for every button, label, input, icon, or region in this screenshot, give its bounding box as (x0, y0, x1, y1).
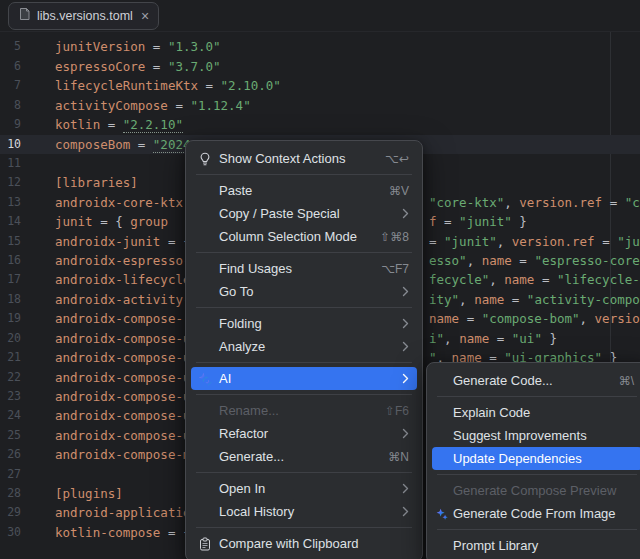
menu-item-label: Prompt Library (453, 538, 538, 553)
code-text: junitVersion = "1.3.0" (55, 37, 221, 56)
context-menu-item-find-usages[interactable]: Find Usages⌥F7 (191, 257, 417, 280)
editor-tab-bar: libs.versions.toml × (0, 0, 640, 32)
ide-window: libs.versions.toml × 5junitVersion = "1.… (0, 0, 640, 559)
menu-item-shortcut: ⌘\ (619, 374, 634, 388)
menu-item-label: Copy / Paste Special (219, 206, 340, 221)
ai-submenu-item-prompt-library[interactable]: Prompt Library (432, 534, 640, 557)
code-text: i", name = "ui" } (429, 329, 557, 348)
ai-icon (197, 372, 213, 386)
menu-item-label: Analyze (219, 339, 265, 354)
menu-item-label: Generate... (219, 449, 284, 464)
ai-submenu-item-update-dependencies[interactable]: Update Dependencies (432, 447, 640, 470)
line-number: 15 (0, 232, 21, 251)
chevron-right-icon (402, 318, 409, 329)
menu-item-label: Folding (219, 316, 262, 331)
tab-libs-versions-toml[interactable]: libs.versions.toml × (8, 2, 159, 30)
code-text: androidx-compose-u (55, 426, 190, 445)
context-menu-item-folding[interactable]: Folding (191, 312, 417, 335)
line-number: 20 (0, 329, 21, 348)
line-number: 24 (0, 406, 21, 425)
menu-item-label: Generate Compose Preview (453, 483, 616, 498)
context-menu-item-rename[interactable]: Rename...⇧F6 (191, 399, 417, 422)
line-number: 21 (0, 348, 21, 367)
code-line-5[interactable]: 5junitVersion = "1.3.0" (0, 37, 640, 56)
code-text: "core-ktx", version.ref = "cor (429, 193, 640, 212)
menu-item-label: Go To (219, 284, 253, 299)
menu-item-shortcut: ⌥↩ (385, 152, 409, 166)
line-number: 13 (0, 193, 21, 212)
ai-submenu-item-generate-code-from-image[interactable]: Generate Code From Image (432, 502, 640, 525)
line-number: 27 (0, 465, 21, 484)
code-text: kotlin = "2.2.10" (55, 115, 183, 134)
line-number: 26 (0, 445, 21, 464)
context-menu-item-paste[interactable]: Paste⌘V (191, 179, 417, 202)
code-text: [plugins] (55, 484, 123, 503)
menu-separator (196, 394, 412, 395)
code-text: androidx-compose-u (55, 406, 190, 425)
ai-submenu-item-suggest-improvements[interactable]: Suggest Improvements (432, 424, 640, 447)
context-menu-item-go-to[interactable]: Go To (191, 280, 417, 303)
line-number: 10 (0, 135, 21, 154)
chevron-right-icon (402, 428, 409, 439)
context-menu-item-copy-paste-special[interactable]: Copy / Paste Special (191, 202, 417, 225)
code-text: androidx-lifecycle (55, 270, 190, 289)
chevron-right-icon (402, 286, 409, 297)
chevron-right-icon (402, 506, 409, 517)
ai-submenu-item-generate-compose-preview[interactable]: Generate Compose Preview (432, 479, 640, 502)
line-number: 8 (0, 96, 21, 115)
context-menu-item-refactor[interactable]: Refactor (191, 422, 417, 445)
menu-item-label: Generate Code... (453, 373, 553, 388)
code-text: junit = { group (55, 212, 168, 231)
code-text: androidx-junit = { (55, 232, 190, 251)
code-text: androidx-compose-m (55, 445, 190, 464)
code-text: androidx-core-ktx (55, 193, 183, 212)
code-text: androidx-compose- (55, 309, 183, 328)
code-text: [libraries] (55, 173, 138, 192)
menu-item-label: Paste (219, 183, 252, 198)
line-number: 14 (0, 212, 21, 231)
chevron-right-icon (402, 341, 409, 352)
code-line-7[interactable]: 7lifecycleRuntimeKtx = "2.10.0" (0, 76, 640, 95)
menu-separator (196, 472, 412, 473)
code-text: composeBom = "2024 (55, 135, 190, 154)
chevron-right-icon (402, 373, 409, 384)
menu-item-label: Update Dependencies (453, 451, 582, 466)
context-menu-item-show-context-actions[interactable]: Show Context Actions⌥↩ (191, 147, 417, 170)
menu-item-label: Refactor (219, 426, 268, 441)
line-number: 5 (0, 37, 21, 56)
menu-item-label: Local History (219, 504, 294, 519)
context-menu-item-column-selection-mode[interactable]: Column Selection Mode⇧⌘8 (191, 225, 417, 248)
code-text: androidx-compose-u (55, 329, 190, 348)
ai-submenu-item-explain-code[interactable]: Explain Code (432, 401, 640, 424)
ai-submenu-item-generate-code[interactable]: Generate Code...⌘\ (432, 369, 640, 392)
menu-separator (437, 529, 637, 530)
lightbulb-icon (197, 152, 213, 166)
context-menu-item-analyze[interactable]: Analyze (191, 335, 417, 358)
line-number: 9 (0, 115, 21, 134)
context-menu-item-local-history[interactable]: Local History (191, 500, 417, 523)
code-text: androidx-compose-u (55, 387, 190, 406)
context-menu-item-ai[interactable]: AI (191, 367, 417, 390)
code-line-6[interactable]: 6espressoCore = "3.7.0" (0, 57, 640, 76)
menu-separator (196, 307, 412, 308)
line-number: 22 (0, 368, 21, 387)
line-number: 19 (0, 309, 21, 328)
context-menu-item-compare-with-clipboard[interactable]: Compare with Clipboard (191, 532, 417, 555)
menu-item-label: Suggest Improvements (453, 428, 587, 443)
code-line-9[interactable]: 9kotlin = "2.2.10" (0, 115, 640, 134)
code-text: f = "junit" } (429, 212, 527, 231)
context-menu-item-open-in[interactable]: Open In (191, 477, 417, 500)
menu-item-label: Column Selection Mode (219, 229, 357, 244)
line-number: 11 (0, 154, 21, 173)
code-line-8[interactable]: 8activityCompose = "1.12.4" (0, 96, 640, 115)
tab-close-icon[interactable]: × (141, 10, 149, 22)
code-text: ity", name = "activity-compose" (429, 290, 640, 309)
tab-title: libs.versions.toml (37, 9, 133, 23)
line-number: 18 (0, 290, 21, 309)
code-text: = "junit", version.ref = "junitV (429, 232, 640, 251)
menu-item-shortcut: ⌘V (389, 184, 409, 198)
line-number: 7 (0, 76, 21, 95)
context-menu-item-generate[interactable]: Generate...⌘N (191, 445, 417, 468)
line-number: 25 (0, 426, 21, 445)
menu-item-label: Compare with Clipboard (219, 536, 358, 551)
